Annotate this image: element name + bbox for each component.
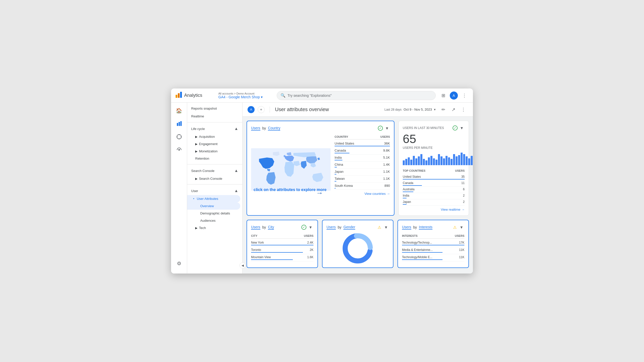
nav-collapse-button[interactable]: ◀ bbox=[239, 262, 246, 268]
table-row: Mountain View 1.6K bbox=[251, 254, 313, 261]
interests-dropdown[interactable]: Interests bbox=[419, 225, 432, 230]
reports-snapshot-label: Reports snapshot bbox=[191, 107, 217, 110]
mini-bar bbox=[425, 160, 427, 165]
mini-bar bbox=[408, 157, 410, 165]
interest-value: 11K bbox=[459, 255, 464, 259]
country-row: Australia 6 bbox=[403, 187, 465, 193]
more-options-icon[interactable]: ⋮ bbox=[460, 91, 469, 100]
date-range-chevron-icon: ▾ bbox=[434, 108, 436, 111]
gender-more-icon[interactable]: ▾ bbox=[383, 224, 389, 230]
mini-bar bbox=[430, 156, 432, 165]
search-bar[interactable]: 🔍 Try searching "Explorations" bbox=[277, 91, 436, 100]
top-bar-actions: ⊞ A ⋮ bbox=[439, 91, 469, 100]
nav-demographic-details[interactable]: Demographic details bbox=[187, 210, 242, 217]
chevron-down-icon: ▾ bbox=[261, 95, 263, 99]
gender-donut-container bbox=[327, 233, 389, 263]
interests-card-header: Users by Interests ⚠ ▾ bbox=[402, 224, 464, 230]
overview-label: Overview bbox=[200, 204, 214, 208]
mini-bar bbox=[461, 153, 463, 165]
nav-acquisition[interactable]: ▶ Acquisition bbox=[187, 133, 242, 140]
realtime-country-name: India bbox=[403, 194, 409, 197]
nav-user-section[interactable]: User ▲ bbox=[187, 187, 242, 195]
more-icon[interactable]: ⋮ bbox=[459, 105, 468, 114]
table-row: New York 2.4K bbox=[251, 240, 313, 247]
sidebar-home-icon[interactable]: 🏠 bbox=[173, 105, 185, 117]
gender-dropdown[interactable]: Gender bbox=[343, 225, 355, 230]
gender-users-dropdown[interactable]: Users bbox=[327, 225, 336, 230]
country-dropdown[interactable]: Country bbox=[268, 126, 280, 130]
nav-monetization[interactable]: ▶ Monetization bbox=[187, 148, 242, 155]
sidebar-reports-icon[interactable] bbox=[173, 118, 185, 130]
nav-user-attributes[interactable]: • User Attributes bbox=[187, 195, 240, 202]
nav-retention[interactable]: Retention bbox=[187, 155, 242, 162]
mini-bar bbox=[438, 154, 440, 165]
interests-more-icon[interactable]: ▾ bbox=[458, 224, 464, 230]
user-attributes-label: User Attributes bbox=[197, 197, 218, 201]
city-col-header: CITY bbox=[251, 234, 257, 237]
share-icon[interactable]: ↗ bbox=[449, 105, 458, 114]
nav-lifecycle-header[interactable]: Life cycle ▲ bbox=[187, 124, 242, 133]
account-name[interactable]: GA4 - Google Merch Shop ▾ bbox=[218, 95, 274, 99]
country-value: 9.8K bbox=[383, 149, 390, 152]
sidebar-advertising-icon[interactable] bbox=[173, 144, 185, 156]
interests-users-col-header: USERS bbox=[455, 234, 464, 237]
map-status-icon: ✓ bbox=[378, 126, 383, 131]
sidebar-explore-icon[interactable] bbox=[173, 131, 185, 143]
country-row: United States 35 bbox=[403, 174, 465, 180]
country-bar bbox=[335, 174, 336, 174]
nav-search-console-item[interactable]: ▶ Search Console bbox=[187, 175, 242, 182]
city-dropdown[interactable]: City bbox=[268, 225, 274, 230]
breadcrumb: All accounts > Demo Account GA4 - Google… bbox=[218, 92, 274, 99]
search-console-collapse-icon: ▲ bbox=[234, 168, 238, 173]
sidebar-settings-icon[interactable]: ⚙ bbox=[173, 257, 185, 269]
view-countries-link[interactable]: View countries → bbox=[335, 192, 390, 196]
city-more-icon[interactable]: ▾ bbox=[307, 224, 313, 230]
realtime-label: Realtime bbox=[191, 114, 204, 118]
users-dropdown[interactable]: Users bbox=[251, 126, 260, 130]
interest-bar bbox=[402, 259, 442, 260]
country-bar bbox=[335, 153, 349, 153]
nav-reports-snapshot[interactable]: Reports snapshot bbox=[187, 105, 242, 112]
interest-value: 11K bbox=[459, 248, 464, 252]
country-name: Taiwan bbox=[335, 177, 345, 180]
realtime-count: 65 bbox=[403, 133, 465, 145]
mini-bar bbox=[428, 157, 430, 165]
user-avatar[interactable]: A bbox=[450, 92, 458, 100]
mini-bar bbox=[451, 159, 453, 165]
country-bar bbox=[335, 146, 390, 146]
date-range[interactable]: Last 28 days Oct 9 - Nov 5, 2023 ▾ bbox=[384, 108, 436, 111]
gender-card-actions: ⚠ ▾ bbox=[377, 224, 389, 230]
header-divider bbox=[270, 107, 270, 113]
table-row: India 5.1K bbox=[335, 155, 390, 162]
interests-users-dropdown[interactable]: Users bbox=[402, 225, 411, 230]
svg-rect-5 bbox=[180, 121, 182, 126]
view-realtime-link[interactable]: View realtime → bbox=[403, 208, 465, 211]
realtime-users-col: USERS bbox=[455, 169, 465, 172]
svg-rect-0 bbox=[176, 95, 177, 98]
gender-status-icon: ⚠ bbox=[377, 225, 382, 230]
bullet-icon: • bbox=[193, 197, 194, 201]
nav-tech[interactable]: ▶ Tech bbox=[187, 224, 242, 232]
nav-search-console-section[interactable]: Search Console ▲ bbox=[187, 166, 242, 175]
mini-bar bbox=[410, 160, 412, 165]
add-view-button[interactable]: + bbox=[258, 106, 265, 113]
nav-audiences[interactable]: Audiences bbox=[187, 217, 242, 224]
city-by: by bbox=[262, 225, 266, 229]
chevron-right-icon-5: ▶ bbox=[195, 226, 197, 230]
mini-bar-chart bbox=[403, 153, 465, 165]
nav-divider-2 bbox=[187, 164, 242, 164]
realtime-more-icon[interactable]: ▾ bbox=[459, 125, 465, 131]
apps-icon[interactable]: ⊞ bbox=[439, 91, 448, 100]
edit-icon[interactable]: ✏ bbox=[439, 105, 448, 114]
country-name: United States bbox=[335, 142, 354, 145]
nav-overview[interactable]: Overview bbox=[187, 202, 240, 210]
map-more-icon[interactable]: ▾ bbox=[384, 125, 390, 131]
mini-bar bbox=[418, 156, 420, 165]
map-card-content: click on the attributes to explore more … bbox=[251, 134, 390, 205]
nav-engagement[interactable]: ▶ Engagement bbox=[187, 140, 242, 148]
city-users-dropdown[interactable]: Users bbox=[251, 225, 260, 230]
breadcrumb-top: All accounts > Demo Account bbox=[218, 92, 274, 95]
nav-realtime[interactable]: Realtime bbox=[187, 112, 242, 120]
acquisition-label: Acquisition bbox=[199, 135, 215, 139]
interest-bar bbox=[402, 245, 464, 245]
